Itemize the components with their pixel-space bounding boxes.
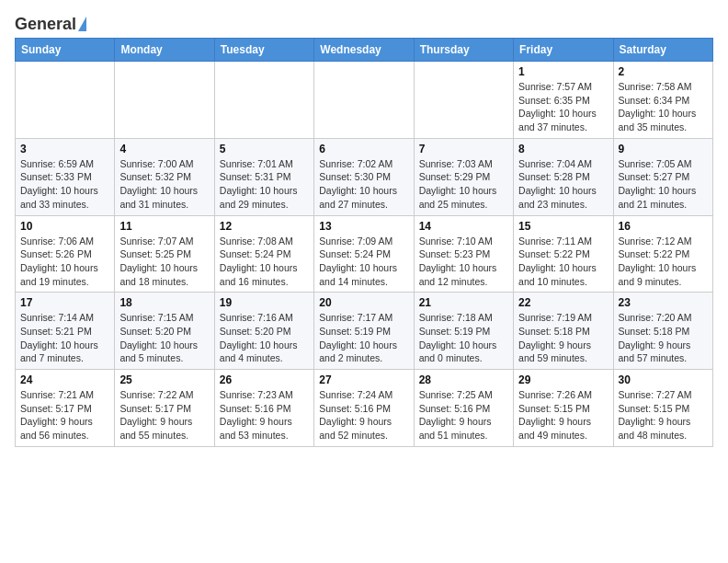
day-number: 24 <box>20 373 109 386</box>
day-detail: Sunrise: 7:19 AMSunset: 5:18 PMDaylight:… <box>518 311 608 365</box>
day-number: 8 <box>518 143 608 155</box>
calendar-week-row: 17Sunrise: 7:14 AMSunset: 5:21 PMDayligh… <box>16 293 713 370</box>
day-detail: Sunrise: 7:14 AMSunset: 5:21 PMDaylight:… <box>20 311 109 365</box>
calendar-cell: 18Sunrise: 7:15 AMSunset: 5:20 PMDayligh… <box>115 293 214 370</box>
calendar-cell: 10Sunrise: 7:06 AMSunset: 5:26 PMDayligh… <box>16 215 115 293</box>
day-number: 30 <box>619 373 708 386</box>
calendar-cell: 27Sunrise: 7:24 AMSunset: 5:16 PMDayligh… <box>314 370 414 447</box>
calendar-cell: 5Sunrise: 7:01 AMSunset: 5:31 PMDaylight… <box>214 138 313 215</box>
day-number: 17 <box>20 296 109 309</box>
weekday-header-saturday: Saturday <box>613 39 712 62</box>
day-number: 11 <box>119 220 209 233</box>
day-number: 26 <box>220 373 309 386</box>
day-detail: Sunrise: 7:09 AMSunset: 5:24 PMDaylight:… <box>319 235 408 289</box>
calendar-cell: 29Sunrise: 7:26 AMSunset: 5:15 PMDayligh… <box>514 370 613 447</box>
day-detail: Sunrise: 7:58 AMSunset: 6:34 PMDaylight:… <box>619 80 708 134</box>
day-detail: Sunrise: 7:11 AMSunset: 5:22 PMDaylight:… <box>518 235 608 289</box>
day-detail: Sunrise: 6:59 AMSunset: 5:33 PMDaylight:… <box>20 157 109 212</box>
day-detail: Sunrise: 7:25 AMSunset: 5:16 PMDaylight:… <box>419 388 508 442</box>
day-number: 13 <box>319 220 408 233</box>
day-number: 15 <box>518 220 608 233</box>
logo-triangle-icon <box>78 17 86 31</box>
calendar-cell: 14Sunrise: 7:10 AMSunset: 5:23 PMDayligh… <box>414 215 513 293</box>
day-number: 19 <box>220 296 309 309</box>
day-detail: Sunrise: 7:02 AMSunset: 5:30 PMDaylight:… <box>319 157 408 212</box>
calendar-cell: 7Sunrise: 7:03 AMSunset: 5:29 PMDaylight… <box>414 138 513 215</box>
day-number: 1 <box>518 65 608 78</box>
weekday-header-thursday: Thursday <box>414 39 513 62</box>
day-detail: Sunrise: 7:20 AMSunset: 5:18 PMDaylight:… <box>619 311 708 365</box>
logo: General <box>15 15 86 30</box>
day-number: 6 <box>319 143 408 155</box>
day-number: 14 <box>419 220 508 233</box>
calendar-cell <box>16 62 115 139</box>
calendar-cell <box>314 62 414 139</box>
day-number: 7 <box>419 143 508 155</box>
day-detail: Sunrise: 7:04 AMSunset: 5:28 PMDaylight:… <box>518 157 608 212</box>
calendar-table: SundayMondayTuesdayWednesdayThursdayFrid… <box>15 38 713 447</box>
day-number: 21 <box>419 296 508 309</box>
calendar-cell: 16Sunrise: 7:12 AMSunset: 5:22 PMDayligh… <box>613 215 712 293</box>
calendar-cell: 2Sunrise: 7:58 AMSunset: 6:34 PMDaylight… <box>613 62 712 139</box>
calendar-cell: 19Sunrise: 7:16 AMSunset: 5:20 PMDayligh… <box>214 293 313 370</box>
day-detail: Sunrise: 7:08 AMSunset: 5:24 PMDaylight:… <box>220 235 309 289</box>
day-detail: Sunrise: 7:22 AMSunset: 5:17 PMDaylight:… <box>119 388 209 442</box>
weekday-header-wednesday: Wednesday <box>314 39 414 62</box>
day-detail: Sunrise: 7:07 AMSunset: 5:25 PMDaylight:… <box>119 235 209 289</box>
calendar-cell: 6Sunrise: 7:02 AMSunset: 5:30 PMDaylight… <box>314 138 414 215</box>
day-number: 9 <box>619 143 708 155</box>
weekday-header-friday: Friday <box>514 39 613 62</box>
calendar-cell: 1Sunrise: 7:57 AMSunset: 6:35 PMDaylight… <box>514 62 613 139</box>
calendar-cell: 21Sunrise: 7:18 AMSunset: 5:19 PMDayligh… <box>414 293 513 370</box>
day-detail: Sunrise: 7:15 AMSunset: 5:20 PMDaylight:… <box>119 311 209 365</box>
day-detail: Sunrise: 7:24 AMSunset: 5:16 PMDaylight:… <box>319 388 408 442</box>
weekday-header-sunday: Sunday <box>16 39 115 62</box>
day-detail: Sunrise: 7:17 AMSunset: 5:19 PMDaylight:… <box>319 311 408 365</box>
day-detail: Sunrise: 7:01 AMSunset: 5:31 PMDaylight:… <box>220 157 309 212</box>
calendar-week-row: 1Sunrise: 7:57 AMSunset: 6:35 PMDaylight… <box>16 62 713 139</box>
day-detail: Sunrise: 7:05 AMSunset: 5:27 PMDaylight:… <box>619 157 708 212</box>
calendar-cell: 24Sunrise: 7:21 AMSunset: 5:17 PMDayligh… <box>16 370 115 447</box>
day-detail: Sunrise: 7:06 AMSunset: 5:26 PMDaylight:… <box>20 235 109 289</box>
day-number: 4 <box>119 143 209 155</box>
day-number: 3 <box>20 143 109 155</box>
calendar-cell: 11Sunrise: 7:07 AMSunset: 5:25 PMDayligh… <box>115 215 214 293</box>
calendar-cell: 12Sunrise: 7:08 AMSunset: 5:24 PMDayligh… <box>214 215 313 293</box>
calendar-cell <box>414 62 513 139</box>
day-number: 28 <box>419 373 508 386</box>
day-detail: Sunrise: 7:27 AMSunset: 5:15 PMDaylight:… <box>619 388 708 442</box>
calendar-cell <box>115 62 214 139</box>
day-number: 20 <box>319 296 408 309</box>
day-number: 16 <box>619 220 708 233</box>
calendar-cell: 17Sunrise: 7:14 AMSunset: 5:21 PMDayligh… <box>16 293 115 370</box>
weekday-header-row: SundayMondayTuesdayWednesdayThursdayFrid… <box>16 39 713 62</box>
day-number: 12 <box>220 220 309 233</box>
calendar-cell: 26Sunrise: 7:23 AMSunset: 5:16 PMDayligh… <box>214 370 313 447</box>
calendar-week-row: 3Sunrise: 6:59 AMSunset: 5:33 PMDaylight… <box>16 138 713 215</box>
day-detail: Sunrise: 7:10 AMSunset: 5:23 PMDaylight:… <box>419 235 508 289</box>
calendar-cell: 13Sunrise: 7:09 AMSunset: 5:24 PMDayligh… <box>314 215 414 293</box>
day-detail: Sunrise: 7:18 AMSunset: 5:19 PMDaylight:… <box>419 311 508 365</box>
calendar-cell: 3Sunrise: 6:59 AMSunset: 5:33 PMDaylight… <box>16 138 115 215</box>
weekday-header-tuesday: Tuesday <box>214 39 313 62</box>
calendar-cell: 22Sunrise: 7:19 AMSunset: 5:18 PMDayligh… <box>514 293 613 370</box>
day-detail: Sunrise: 7:16 AMSunset: 5:20 PMDaylight:… <box>220 311 309 365</box>
calendar-week-row: 24Sunrise: 7:21 AMSunset: 5:17 PMDayligh… <box>16 370 713 447</box>
calendar-cell: 25Sunrise: 7:22 AMSunset: 5:17 PMDayligh… <box>115 370 214 447</box>
header: General <box>15 15 713 30</box>
day-detail: Sunrise: 7:23 AMSunset: 5:16 PMDaylight:… <box>220 388 309 442</box>
calendar-cell: 23Sunrise: 7:20 AMSunset: 5:18 PMDayligh… <box>613 293 712 370</box>
day-number: 27 <box>319 373 408 386</box>
day-detail: Sunrise: 7:00 AMSunset: 5:32 PMDaylight:… <box>119 157 209 212</box>
day-number: 10 <box>20 220 109 233</box>
logo-general-text: General <box>15 15 76 34</box>
day-number: 5 <box>220 143 309 155</box>
day-number: 23 <box>619 296 708 309</box>
calendar-cell <box>214 62 313 139</box>
day-detail: Sunrise: 7:21 AMSunset: 5:17 PMDaylight:… <box>20 388 109 442</box>
calendar-cell: 9Sunrise: 7:05 AMSunset: 5:27 PMDaylight… <box>613 138 712 215</box>
calendar-cell: 4Sunrise: 7:00 AMSunset: 5:32 PMDaylight… <box>115 138 214 215</box>
calendar-cell: 15Sunrise: 7:11 AMSunset: 5:22 PMDayligh… <box>514 215 613 293</box>
calendar-cell: 8Sunrise: 7:04 AMSunset: 5:28 PMDaylight… <box>514 138 613 215</box>
weekday-header-monday: Monday <box>115 39 214 62</box>
